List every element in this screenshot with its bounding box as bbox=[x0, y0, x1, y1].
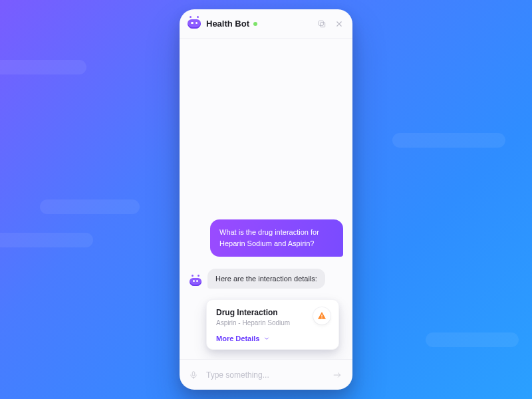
bg-decor bbox=[40, 200, 140, 214]
more-details-label: More Details bbox=[216, 334, 259, 342]
user-message: What is the drug interaction for Heparin… bbox=[210, 219, 343, 257]
warning-icon bbox=[313, 307, 331, 325]
more-details-link[interactable]: More Details bbox=[216, 334, 329, 342]
svg-rect-0 bbox=[321, 22, 325, 27]
chat-window: Health Bot What is the drug interaction … bbox=[180, 9, 352, 390]
svg-rect-5 bbox=[321, 317, 322, 318]
interaction-card[interactable]: Drug Interaction Aspirin - Heparin Sodiu… bbox=[206, 299, 339, 350]
close-button[interactable] bbox=[334, 19, 344, 29]
app-background: Health Bot What is the drug interaction … bbox=[0, 0, 532, 399]
message-input-bar bbox=[180, 359, 352, 390]
bot-avatar-small bbox=[189, 278, 202, 289]
conversation-area[interactable]: What is the drug interaction for Heparin… bbox=[180, 39, 352, 359]
message-input[interactable] bbox=[206, 370, 325, 380]
svg-rect-1 bbox=[319, 21, 323, 25]
chat-header: Health Bot bbox=[180, 9, 352, 39]
chat-title: Health Bot bbox=[206, 19, 249, 29]
bg-decor bbox=[0, 233, 93, 247]
card-title: Drug Interaction bbox=[216, 308, 329, 317]
bg-decor bbox=[426, 332, 519, 347]
status-online-icon bbox=[253, 22, 257, 26]
bg-decor bbox=[0, 60, 86, 74]
bg-decor bbox=[392, 133, 505, 148]
svg-rect-6 bbox=[192, 371, 195, 375]
send-button[interactable] bbox=[331, 370, 343, 380]
card-subtitle: Aspirin - Heparin Sodium bbox=[216, 319, 329, 327]
microphone-button[interactable] bbox=[189, 370, 200, 380]
chevron-down-icon bbox=[263, 335, 270, 342]
bot-avatar-icon bbox=[188, 19, 201, 29]
svg-rect-4 bbox=[321, 315, 322, 317]
bot-message: Here are the interaction details: bbox=[207, 269, 325, 289]
copy-transcript-button[interactable] bbox=[317, 19, 327, 29]
bot-message-row: Here are the interaction details: bbox=[189, 269, 343, 289]
